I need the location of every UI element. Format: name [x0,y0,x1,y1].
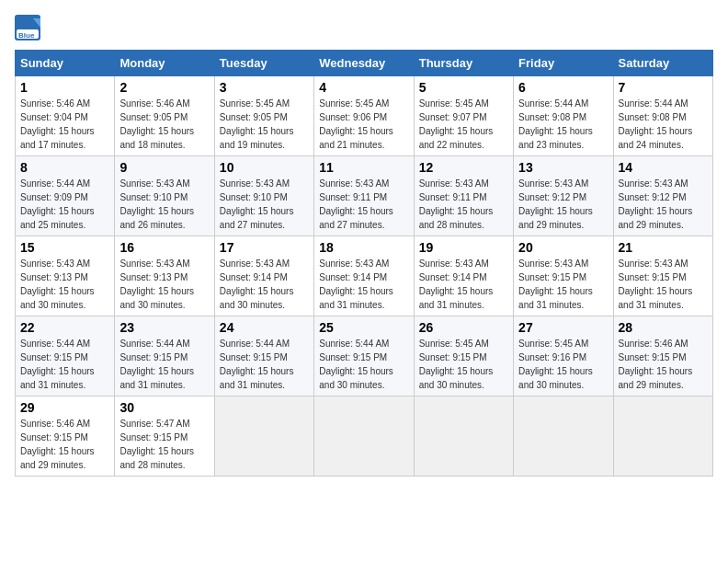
day-info: Sunrise: 5:43 AM Sunset: 9:14 PM Dayligh… [319,257,408,312]
day-number: 2 [119,80,209,95]
calendar-cell: 20 Sunrise: 5:43 AM Sunset: 9:15 PM Dayl… [514,236,613,316]
weekday-header-sunday: Sunday [16,51,115,76]
day-info: Sunrise: 5:44 AM Sunset: 9:15 PM Dayligh… [119,337,209,392]
day-number: 13 [518,160,608,175]
day-number: 18 [319,240,408,255]
day-info: Sunrise: 5:46 AM Sunset: 9:15 PM Dayligh… [619,337,708,392]
calendar-cell [514,396,613,477]
weekday-header-monday: Monday [115,51,214,76]
calendar-cell: 8 Sunrise: 5:44 AM Sunset: 9:09 PM Dayli… [16,156,115,236]
calendar-cell: 23 Sunrise: 5:44 AM Sunset: 9:15 PM Dayl… [115,316,214,396]
day-info: Sunrise: 5:44 AM Sunset: 9:15 PM Dayligh… [220,337,309,392]
calendar-cell: 26 Sunrise: 5:45 AM Sunset: 9:15 PM Dayl… [414,316,513,396]
day-info: Sunrise: 5:45 AM Sunset: 9:15 PM Dayligh… [419,337,508,392]
calendar-cell: 5 Sunrise: 5:45 AM Sunset: 9:07 PM Dayli… [414,76,513,156]
day-number: 4 [319,80,408,95]
day-number: 19 [419,240,508,255]
calendar-cell: 17 Sunrise: 5:43 AM Sunset: 9:14 PM Dayl… [214,236,313,316]
day-number: 8 [20,160,109,175]
weekday-header-saturday: Saturday [613,51,712,76]
calendar-cell [613,396,712,477]
calendar-week-row-4: 22 Sunrise: 5:44 AM Sunset: 9:15 PM Dayl… [16,316,713,396]
day-info: Sunrise: 5:43 AM Sunset: 9:15 PM Dayligh… [619,257,708,312]
day-number: 20 [518,240,608,255]
calendar-cell: 28 Sunrise: 5:46 AM Sunset: 9:15 PM Dayl… [613,316,712,396]
day-number: 10 [220,160,309,175]
day-number: 29 [20,400,109,415]
day-number: 21 [619,240,708,255]
day-info: Sunrise: 5:44 AM Sunset: 9:08 PM Dayligh… [518,97,608,152]
day-info: Sunrise: 5:44 AM Sunset: 9:08 PM Dayligh… [619,97,708,152]
weekday-header-thursday: Thursday [414,51,513,76]
day-info: Sunrise: 5:43 AM Sunset: 9:13 PM Dayligh… [119,257,209,312]
day-number: 11 [319,160,408,175]
weekday-header-friday: Friday [514,51,613,76]
calendar-cell: 3 Sunrise: 5:45 AM Sunset: 9:05 PM Dayli… [214,76,313,156]
day-info: Sunrise: 5:43 AM Sunset: 9:11 PM Dayligh… [319,177,408,232]
svg-text:Blue: Blue [18,31,35,40]
day-number: 6 [518,80,608,95]
day-info: Sunrise: 5:46 AM Sunset: 9:04 PM Dayligh… [20,97,109,152]
calendar-week-row-5: 29 Sunrise: 5:46 AM Sunset: 9:15 PM Dayl… [16,396,713,477]
calendar-cell: 7 Sunrise: 5:44 AM Sunset: 9:08 PM Dayli… [613,76,712,156]
calendar-cell: 16 Sunrise: 5:43 AM Sunset: 9:13 PM Dayl… [115,236,214,316]
logo: Blue [15,15,44,40]
calendar-cell: 30 Sunrise: 5:47 AM Sunset: 9:15 PM Dayl… [115,396,214,477]
day-info: Sunrise: 5:43 AM Sunset: 9:14 PM Dayligh… [220,257,309,312]
calendar-cell: 25 Sunrise: 5:44 AM Sunset: 9:15 PM Dayl… [314,316,414,396]
day-number: 14 [619,160,708,175]
calendar-cell: 6 Sunrise: 5:44 AM Sunset: 9:08 PM Dayli… [514,76,613,156]
calendar-cell: 18 Sunrise: 5:43 AM Sunset: 9:14 PM Dayl… [314,236,414,316]
day-info: Sunrise: 5:47 AM Sunset: 9:15 PM Dayligh… [119,417,209,472]
calendar-cell: 15 Sunrise: 5:43 AM Sunset: 9:13 PM Dayl… [16,236,115,316]
day-number: 9 [119,160,209,175]
weekday-header-wednesday: Wednesday [314,51,414,76]
calendar-cell: 10 Sunrise: 5:43 AM Sunset: 9:10 PM Dayl… [214,156,313,236]
weekday-header-tuesday: Tuesday [214,51,313,76]
logo-icon: Blue [15,15,40,40]
day-number: 12 [419,160,508,175]
day-number: 27 [518,320,608,335]
day-number: 17 [220,240,309,255]
day-number: 28 [619,320,708,335]
day-number: 26 [419,320,508,335]
calendar-cell: 4 Sunrise: 5:45 AM Sunset: 9:06 PM Dayli… [314,76,414,156]
header: Blue [15,15,713,40]
calendar-cell [214,396,313,477]
calendar-cell [314,396,414,477]
calendar-cell: 2 Sunrise: 5:46 AM Sunset: 9:05 PM Dayli… [115,76,214,156]
calendar-week-row-1: 1 Sunrise: 5:46 AM Sunset: 9:04 PM Dayli… [16,76,713,156]
day-number: 22 [20,320,109,335]
day-info: Sunrise: 5:43 AM Sunset: 9:13 PM Dayligh… [20,257,109,312]
calendar-cell: 12 Sunrise: 5:43 AM Sunset: 9:11 PM Dayl… [414,156,513,236]
day-info: Sunrise: 5:44 AM Sunset: 9:15 PM Dayligh… [319,337,408,392]
calendar-cell [414,396,513,477]
calendar-week-row-3: 15 Sunrise: 5:43 AM Sunset: 9:13 PM Dayl… [16,236,713,316]
calendar-cell: 14 Sunrise: 5:43 AM Sunset: 9:12 PM Dayl… [613,156,712,236]
day-info: Sunrise: 5:45 AM Sunset: 9:07 PM Dayligh… [419,97,508,152]
calendar-cell: 21 Sunrise: 5:43 AM Sunset: 9:15 PM Dayl… [613,236,712,316]
day-info: Sunrise: 5:45 AM Sunset: 9:05 PM Dayligh… [220,97,309,152]
calendar-header-row: SundayMondayTuesdayWednesdayThursdayFrid… [16,51,713,76]
day-info: Sunrise: 5:43 AM Sunset: 9:15 PM Dayligh… [518,257,608,312]
day-info: Sunrise: 5:43 AM Sunset: 9:12 PM Dayligh… [619,177,708,232]
calendar-week-row-2: 8 Sunrise: 5:44 AM Sunset: 9:09 PM Dayli… [16,156,713,236]
day-info: Sunrise: 5:43 AM Sunset: 9:14 PM Dayligh… [419,257,508,312]
day-info: Sunrise: 5:44 AM Sunset: 9:09 PM Dayligh… [20,177,109,232]
day-number: 25 [319,320,408,335]
day-info: Sunrise: 5:46 AM Sunset: 9:05 PM Dayligh… [119,97,209,152]
day-number: 23 [119,320,209,335]
calendar-cell: 27 Sunrise: 5:45 AM Sunset: 9:16 PM Dayl… [514,316,613,396]
day-number: 3 [220,80,309,95]
calendar-cell: 9 Sunrise: 5:43 AM Sunset: 9:10 PM Dayli… [115,156,214,236]
day-info: Sunrise: 5:44 AM Sunset: 9:15 PM Dayligh… [20,337,109,392]
day-info: Sunrise: 5:43 AM Sunset: 9:12 PM Dayligh… [518,177,608,232]
day-number: 24 [220,320,309,335]
day-number: 16 [119,240,209,255]
day-number: 1 [20,80,109,95]
day-number: 15 [20,240,109,255]
calendar-cell: 29 Sunrise: 5:46 AM Sunset: 9:15 PM Dayl… [16,396,115,477]
day-number: 30 [119,400,209,415]
day-number: 7 [619,80,708,95]
calendar-cell: 11 Sunrise: 5:43 AM Sunset: 9:11 PM Dayl… [314,156,414,236]
